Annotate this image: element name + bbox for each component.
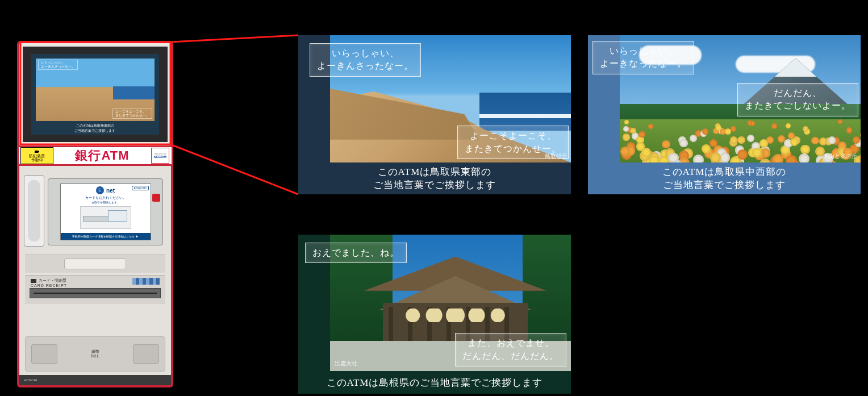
bill-slot[interactable] [31, 344, 57, 364]
svg-line-4 [170, 144, 298, 194]
card-brand-strip [132, 278, 160, 285]
signage-panel-tottori-midwest: 大山と花の丘 いらっしゃい、よーきなったなー。 だんだん、またきてごしないよー。… [588, 35, 861, 194]
panel3-photo-label: 出雲大社 [335, 360, 357, 368]
atm-touchscreen[interactable]: ENGLISH Enet カードをお入れください。 お取引を開始します。 手数料… [60, 184, 151, 240]
panel2-photo-label: 大山と花の丘 [823, 152, 857, 160]
card-receipt-label: カード・明細票 CARD RECEIPT [31, 278, 67, 287]
mini-greeting-2: よーこそよーこそ、またきてつかんせー。 [112, 109, 152, 119]
panel1-caption: このATMは鳥取県東部の ご当地言葉でご挨拶します [298, 162, 571, 194]
lcd-illustration [80, 206, 131, 229]
signage-panel-shimane: 出雲大社 おえでました、ね。 また、おえでませ。だんだん、だんだん。 このATM… [298, 235, 571, 394]
card-icon [31, 279, 36, 283]
panel3-greeting-2: また、おえでませ。だんだん、だんだん。 [455, 333, 566, 366]
lcd-message: カードをお入れください。 お取引を開始します。 [63, 195, 148, 204]
signage-panel-tottori-east: 鳥取砂丘 いらっしゃい、よーきんさったなー。 よーこそよーこそ、またきてつかんせ… [298, 35, 571, 194]
bill-label: 紙幣BILL [91, 349, 99, 358]
vendor-label: HITACHI [24, 378, 37, 382]
panel3-caption: このATMは島根県のご当地言葉でご挨拶します [298, 371, 571, 394]
atm-signage-frame: いらっしゃい。よーきんさったなー。 よーこそよーこそ、またきてつかんせー。 この… [17, 41, 173, 145]
lcd-footer-button[interactable]: 手数料や取扱カード情報を確認する場合はこちら ▶ [61, 233, 151, 240]
panel3-greeting-1: おえでました、ね。 [305, 243, 407, 263]
card-slot[interactable] [30, 288, 161, 298]
svg-marker-1 [38, 151, 39, 153]
atm-body: ENGLISH Enet カードをお入れください。 お取引を開始します。 手数料… [17, 166, 173, 387]
handset[interactable] [24, 175, 44, 247]
card-receipt-area: カード・明細票 CARD RECEIPT [25, 275, 165, 303]
atm-signage-screen: いらっしゃい。よーきんさったなー。 よーこそよーこそ、またきてつかんせー。 この… [23, 47, 168, 142]
security-sticker: 防犯装置 作動中 [20, 147, 53, 164]
panel1-greeting-1: いらっしゃい、よーきんさったなー。 [310, 43, 421, 77]
coin-slot[interactable] [133, 344, 159, 364]
svg-line-3 [170, 35, 298, 42]
panel2-greeting-1: いらっしゃい、よーきなったなー。 [592, 41, 694, 74]
atm-sign-bar: 防犯装置 作動中 銀行ATM Security by SECOM [17, 145, 173, 166]
cash-door[interactable] [25, 255, 165, 273]
mini-caption: このATMは鳥取県東部のご当地言葉でご挨拶します [31, 123, 158, 134]
panel1-greeting-2: よーこそよーこそ、またきてつかんせー。 [457, 126, 569, 159]
bill-tray: 紙幣BILL [25, 336, 165, 372]
atm-unit: いらっしゃい。よーきんさったなー。 よーこそよーこそ、またきてつかんせー。 この… [17, 41, 173, 387]
emergency-button[interactable] [152, 194, 160, 202]
atm-base: HITACHI [19, 375, 171, 385]
secom-badge: Security by SECOM [151, 148, 169, 164]
atm-sign-title: 銀行ATM [53, 147, 151, 164]
svg-rect-0 [35, 151, 38, 153]
panel2-caption: このATMは鳥取県中西部の ご当地言葉でご挨拶します [588, 162, 861, 194]
atm-signage-content: いらっしゃい。よーきんさったなー。 よーこそよーこそ、またきてつかんせー。 この… [31, 54, 158, 135]
panel2-greeting-2: だんだん、またきてごしないよー。 [737, 83, 858, 116]
english-button[interactable]: ENGLISH [132, 186, 149, 190]
screen-bezel: ENGLISH Enet カードをお入れください。 お取引を開始します。 手数料… [48, 178, 163, 245]
mini-greeting-1: いらっしゃい。よーきんさったなー。 [38, 60, 78, 70]
